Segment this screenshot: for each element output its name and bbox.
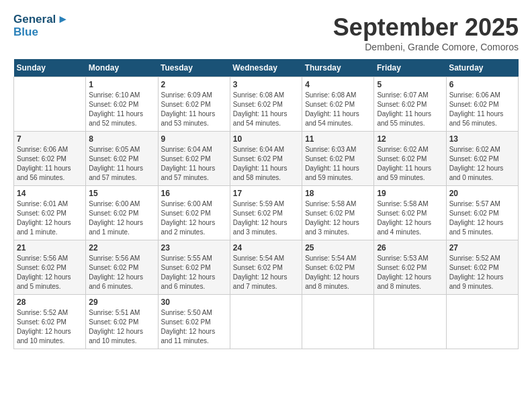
- week-row-5: 28Sunrise: 5:52 AM Sunset: 6:02 PM Dayli…: [14, 295, 519, 349]
- calendar-cell: [302, 295, 374, 349]
- day-info: Sunrise: 5:54 AM Sunset: 6:02 PM Dayligh…: [305, 254, 371, 291]
- day-number: 26: [377, 243, 443, 253]
- day-number: 30: [161, 298, 227, 307]
- week-row-2: 7Sunrise: 6:06 AM Sunset: 6:02 PM Daylig…: [14, 132, 519, 186]
- day-info: Sunrise: 5:58 AM Sunset: 6:02 PM Dayligh…: [305, 199, 371, 237]
- page-header: General► Blue September 2025 Dembeni, Gr…: [13, 13, 519, 52]
- day-info: Sunrise: 5:53 AM Sunset: 6:02 PM Dayligh…: [377, 254, 443, 291]
- day-number: 25: [305, 243, 371, 253]
- day-number: 12: [377, 134, 443, 144]
- day-number: 17: [233, 189, 299, 198]
- week-row-4: 21Sunrise: 5:56 AM Sunset: 6:02 PM Dayli…: [14, 240, 519, 295]
- day-info: Sunrise: 6:04 AM Sunset: 6:02 PM Dayligh…: [161, 145, 227, 183]
- day-header-saturday: Saturday: [446, 59, 518, 77]
- calendar-cell: 20Sunrise: 5:57 AM Sunset: 6:02 PM Dayli…: [446, 186, 518, 240]
- day-number: 21: [17, 243, 83, 253]
- calendar-cell: 19Sunrise: 5:58 AM Sunset: 6:02 PM Dayli…: [374, 186, 446, 240]
- day-info: Sunrise: 5:51 AM Sunset: 6:02 PM Dayligh…: [89, 308, 154, 346]
- calendar-table: SundayMondayTuesdayWednesdayThursdayFrid…: [13, 59, 519, 349]
- week-row-3: 14Sunrise: 6:01 AM Sunset: 6:02 PM Dayli…: [14, 186, 519, 240]
- calendar-cell: 18Sunrise: 5:58 AM Sunset: 6:02 PM Dayli…: [302, 186, 374, 240]
- day-info: Sunrise: 6:07 AM Sunset: 6:02 PM Dayligh…: [377, 91, 443, 128]
- day-info: Sunrise: 6:04 AM Sunset: 6:02 PM Dayligh…: [233, 145, 299, 183]
- day-header-wednesday: Wednesday: [230, 59, 302, 77]
- day-number: 4: [305, 80, 371, 89]
- day-number: 1: [89, 80, 154, 89]
- day-number: 27: [449, 243, 515, 253]
- calendar-cell: 15Sunrise: 6:00 AM Sunset: 6:02 PM Dayli…: [86, 186, 158, 240]
- day-number: 19: [377, 189, 443, 198]
- calendar-cell: 4Sunrise: 6:08 AM Sunset: 6:02 PM Daylig…: [302, 77, 374, 132]
- calendar-cell: 9Sunrise: 6:04 AM Sunset: 6:02 PM Daylig…: [158, 132, 230, 186]
- calendar-cell: 16Sunrise: 6:00 AM Sunset: 6:02 PM Dayli…: [158, 186, 230, 240]
- calendar-cell: [374, 295, 446, 349]
- day-header-sunday: Sunday: [14, 59, 86, 77]
- calendar-cell: 22Sunrise: 5:56 AM Sunset: 6:02 PM Dayli…: [86, 240, 158, 295]
- calendar-cell: 29Sunrise: 5:51 AM Sunset: 6:02 PM Dayli…: [86, 295, 158, 349]
- calendar-cell: [446, 295, 518, 349]
- day-info: Sunrise: 6:00 AM Sunset: 6:02 PM Dayligh…: [89, 199, 154, 237]
- day-info: Sunrise: 6:09 AM Sunset: 6:02 PM Dayligh…: [161, 91, 227, 128]
- day-number: 20: [449, 189, 515, 198]
- calendar-cell: 30Sunrise: 5:50 AM Sunset: 6:02 PM Dayli…: [158, 295, 230, 349]
- day-number: 28: [17, 298, 83, 307]
- day-info: Sunrise: 5:56 AM Sunset: 6:02 PM Dayligh…: [17, 254, 83, 291]
- day-number: 29: [89, 298, 154, 307]
- calendar-cell: 27Sunrise: 5:52 AM Sunset: 6:02 PM Dayli…: [446, 240, 518, 295]
- day-info: Sunrise: 6:06 AM Sunset: 6:02 PM Dayligh…: [449, 91, 515, 128]
- location-subtitle: Dembeni, Grande Comore, Comoros: [333, 42, 519, 52]
- day-number: 11: [305, 134, 371, 144]
- calendar-cell: [14, 77, 86, 132]
- calendar-cell: 25Sunrise: 5:54 AM Sunset: 6:02 PM Dayli…: [302, 240, 374, 295]
- day-info: Sunrise: 5:55 AM Sunset: 6:02 PM Dayligh…: [161, 254, 227, 291]
- day-info: Sunrise: 5:59 AM Sunset: 6:02 PM Dayligh…: [233, 199, 299, 237]
- day-header-thursday: Thursday: [302, 59, 374, 77]
- day-number: 22: [89, 243, 154, 253]
- day-info: Sunrise: 6:05 AM Sunset: 6:02 PM Dayligh…: [89, 145, 154, 183]
- day-info: Sunrise: 5:54 AM Sunset: 6:02 PM Dayligh…: [233, 254, 299, 291]
- day-info: Sunrise: 6:01 AM Sunset: 6:02 PM Dayligh…: [17, 199, 83, 237]
- day-info: Sunrise: 6:02 AM Sunset: 6:02 PM Dayligh…: [377, 145, 443, 183]
- day-number: 6: [449, 80, 515, 89]
- day-info: Sunrise: 6:10 AM Sunset: 6:02 PM Dayligh…: [89, 91, 154, 128]
- day-number: 7: [17, 134, 83, 144]
- calendar-cell: 1Sunrise: 6:10 AM Sunset: 6:02 PM Daylig…: [86, 77, 158, 132]
- day-info: Sunrise: 6:03 AM Sunset: 6:02 PM Dayligh…: [305, 145, 371, 183]
- day-header-monday: Monday: [86, 59, 158, 77]
- calendar-cell: 5Sunrise: 6:07 AM Sunset: 6:02 PM Daylig…: [374, 77, 446, 132]
- calendar-cell: 2Sunrise: 6:09 AM Sunset: 6:02 PM Daylig…: [158, 77, 230, 132]
- week-row-1: 1Sunrise: 6:10 AM Sunset: 6:02 PM Daylig…: [14, 77, 519, 132]
- day-number: 10: [233, 134, 299, 144]
- day-number: 16: [161, 189, 227, 198]
- day-info: Sunrise: 6:08 AM Sunset: 6:02 PM Dayligh…: [233, 91, 299, 128]
- calendar-cell: 23Sunrise: 5:55 AM Sunset: 6:02 PM Dayli…: [158, 240, 230, 295]
- month-title: September 2025: [333, 13, 519, 42]
- day-info: Sunrise: 5:57 AM Sunset: 6:02 PM Dayligh…: [449, 199, 515, 237]
- calendar-cell: 21Sunrise: 5:56 AM Sunset: 6:02 PM Dayli…: [14, 240, 86, 295]
- day-info: Sunrise: 6:02 AM Sunset: 6:02 PM Dayligh…: [449, 145, 515, 183]
- calendar-cell: 3Sunrise: 6:08 AM Sunset: 6:02 PM Daylig…: [230, 77, 302, 132]
- day-info: Sunrise: 5:52 AM Sunset: 6:02 PM Dayligh…: [17, 308, 83, 346]
- day-number: 24: [233, 243, 299, 253]
- calendar-cell: 13Sunrise: 6:02 AM Sunset: 6:02 PM Dayli…: [446, 132, 518, 186]
- day-info: Sunrise: 6:08 AM Sunset: 6:02 PM Dayligh…: [305, 91, 371, 128]
- calendar-cell: 14Sunrise: 6:01 AM Sunset: 6:02 PM Dayli…: [14, 186, 86, 240]
- calendar-cell: 12Sunrise: 6:02 AM Sunset: 6:02 PM Dayli…: [374, 132, 446, 186]
- calendar-cell: 8Sunrise: 6:05 AM Sunset: 6:02 PM Daylig…: [86, 132, 158, 186]
- day-number: 13: [449, 134, 515, 144]
- day-number: 5: [377, 80, 443, 89]
- day-number: 18: [305, 189, 371, 198]
- day-number: 23: [161, 243, 227, 253]
- day-number: 9: [161, 134, 227, 144]
- calendar-cell: 24Sunrise: 5:54 AM Sunset: 6:02 PM Dayli…: [230, 240, 302, 295]
- day-header-friday: Friday: [374, 59, 446, 77]
- calendar-cell: 10Sunrise: 6:04 AM Sunset: 6:02 PM Dayli…: [230, 132, 302, 186]
- day-number: 15: [89, 189, 154, 198]
- day-info: Sunrise: 6:00 AM Sunset: 6:02 PM Dayligh…: [161, 199, 227, 237]
- header-row: SundayMondayTuesdayWednesdayThursdayFrid…: [14, 59, 519, 77]
- calendar-cell: 17Sunrise: 5:59 AM Sunset: 6:02 PM Dayli…: [230, 186, 302, 240]
- day-header-tuesday: Tuesday: [158, 59, 230, 77]
- logo: General► Blue: [13, 13, 69, 38]
- calendar-cell: 11Sunrise: 6:03 AM Sunset: 6:02 PM Dayli…: [302, 132, 374, 186]
- logo-line2: Blue: [13, 26, 69, 39]
